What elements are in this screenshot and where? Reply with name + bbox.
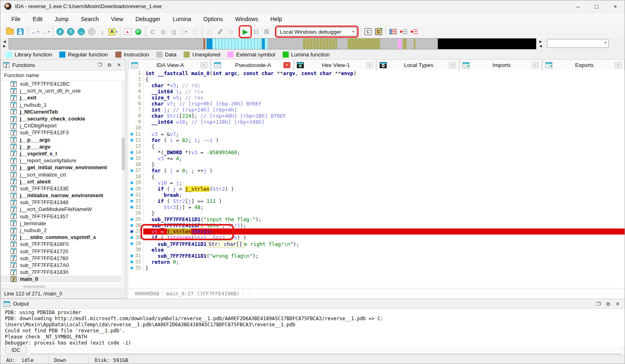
breakpoint-list-icon[interactable] — [399, 27, 409, 37]
line-gutter[interactable]: 32 — [128, 259, 143, 265]
code-line[interactable]: 29 sub_7FF7FFE411D1Str: char[]e right fl… — [128, 241, 625, 247]
menu-item-help[interactable]: Help — [264, 14, 288, 24]
navband-segment[interactable] — [348, 39, 380, 49]
code-line[interactable]: 14 *(_DWORD *)v3 = -858993460; — [128, 149, 625, 155]
navband-segment[interactable]: ↓ — [207, 39, 212, 49]
menu-item-search[interactable]: Search — [75, 14, 105, 24]
code-line[interactable]: 3 char *v3; // rdi — [128, 82, 625, 88]
line-gutter[interactable]: 22 — [128, 198, 143, 204]
scrollbar-thumb[interactable] — [122, 138, 125, 170]
menu-item-options[interactable]: Options — [197, 14, 229, 24]
tab-close-icon[interactable]: × — [201, 62, 208, 68]
navband-segment[interactable] — [268, 39, 303, 49]
function-item[interactable]: fmain_0 — [1, 276, 125, 282]
code-line[interactable]: 26 sub_7FF7FFE4128F("%20s", Str1); — [128, 222, 625, 228]
code-line[interactable]: 27 v5 = j_strlen(Str2); — [128, 228, 625, 235]
code-line[interactable]: 20 if ( j > j_strlen(Str2) ) — [128, 186, 625, 192]
breakpoint-dot[interactable] — [130, 151, 133, 154]
scrollbar-thumb[interactable] — [23, 286, 45, 288]
navband-scroll-right[interactable]: ▶◀ — [536, 38, 545, 50]
tab-hex-view-1[interactable]: Hex View-1× — [294, 59, 376, 70]
line-gutter[interactable]: 3 — [128, 82, 143, 88]
code-line[interactable]: 13 { — [128, 143, 625, 149]
tab-pseudocode-a[interactable]: Pseudocode-A× — [211, 59, 293, 70]
breakpoint-toggle-icon[interactable] — [409, 27, 419, 37]
function-item[interactable]: fsub_7FF7FFE41357 — [1, 213, 125, 220]
navband-segment[interactable] — [262, 39, 265, 49]
navband-segment[interactable] — [9, 39, 203, 49]
back-icon[interactable]: ←▾ — [30, 27, 40, 37]
tab-close-icon[interactable]: × — [615, 62, 622, 68]
line-gutter[interactable]: 33 — [128, 265, 143, 271]
code-line[interactable]: 5 size_t v5; // rax — [128, 95, 625, 101]
code-line[interactable]: 2{ — [128, 76, 625, 82]
line-gutter[interactable]: 27 — [128, 228, 143, 235]
code-line[interactable]: 22 if ( Str2[j] == 111 ) — [128, 198, 625, 204]
code-line[interactable]: 6 char v7; // [rsp+0h] [rbp-20h] BYREF — [128, 101, 625, 107]
function-item[interactable]: fsub_7FF7FFE412BC — [1, 80, 125, 87]
forward-icon[interactable]: →▾ — [41, 27, 50, 37]
function-item[interactable]: fsub_7FF7FFE4133E — [1, 185, 125, 192]
edit-pencil-icon[interactable] — [215, 27, 225, 37]
line-gutter[interactable]: 11 — [128, 131, 143, 137]
function-item[interactable]: fj__vcrt_GetModuleFileNameW — [1, 206, 125, 213]
function-item[interactable]: fj__scrt_is_ucrt_dll_in_use — [1, 87, 125, 94]
make-data-icon[interactable]: D — [158, 27, 168, 37]
set-colors-icon[interactable]: A▾ — [108, 27, 118, 37]
line-gutter[interactable]: 14 — [128, 149, 143, 155]
line-gutter[interactable]: 12 — [128, 137, 143, 143]
idc-command-input[interactable] — [30, 346, 621, 354]
breakpoint-dot[interactable] — [130, 267, 133, 269]
tab-close-icon[interactable]: × — [532, 62, 539, 68]
tab-close-icon[interactable]: × — [449, 62, 456, 68]
navigation-band[interactable]: ↓ — [9, 38, 536, 50]
function-item[interactable]: fj__initialize_narrow_environment — [1, 192, 125, 199]
source-c-sync-icon[interactable]: C — [374, 27, 383, 37]
breakpoint-dot[interactable] — [130, 254, 133, 257]
line-gutter[interactable]: 4 — [128, 88, 143, 95]
breakpoint-dot[interactable] — [130, 242, 133, 245]
code-line[interactable]: 15 v3 += 4; — [128, 155, 625, 162]
function-item[interactable]: fsub_7FF7FFE41348 — [1, 199, 125, 206]
functions-horizontal-scrollbar[interactable] — [1, 284, 125, 289]
line-gutter[interactable]: 23 — [128, 204, 143, 210]
code-line[interactable]: 32 return 0; — [128, 259, 625, 265]
code-line[interactable]: 28 if ( !strncmp(Str1, Str2, v5) ) — [128, 235, 625, 241]
code-line[interactable]: 11 v3 = &v7; — [128, 131, 625, 137]
navband-scroll-left[interactable]: ◀▶ — [0, 38, 9, 50]
jump-name-icon[interactable]: T — [66, 27, 76, 37]
line-gutter[interactable]: 9 — [128, 119, 143, 125]
line-gutter[interactable]: 29 — [128, 241, 143, 247]
code-line[interactable]: 24 } — [128, 210, 625, 216]
menu-item-lumina[interactable]: Lumina — [167, 14, 197, 24]
menu-item-edit[interactable]: Edit — [27, 14, 49, 24]
line-gutter[interactable]: 19 — [128, 180, 143, 186]
line-gutter[interactable]: 7 — [128, 107, 143, 113]
code-line[interactable]: 25 sub_7FF7FFE411D1("input the flag:"); — [128, 216, 625, 222]
line-gutter[interactable]: 15 — [128, 155, 143, 162]
breakpoint-dot[interactable] — [130, 133, 133, 136]
tab-imports[interactable]: ▸Imports× — [460, 59, 542, 70]
panel-close-icon[interactable]: ✕ — [616, 301, 620, 307]
navband-segment[interactable] — [337, 39, 348, 49]
tab-close-icon[interactable]: × — [283, 62, 290, 68]
jump-xref-icon[interactable]: → — [87, 27, 97, 37]
line-gutter[interactable]: 2 — [128, 76, 143, 82]
function-item[interactable]: fsub_7FF7FFE41760 — [1, 255, 125, 262]
function-item[interactable]: fj__vsprintf_s_l — [1, 150, 125, 157]
line-gutter[interactable]: 16 — [128, 162, 143, 168]
line-gutter[interactable]: 8 — [128, 113, 143, 119]
navband-segment[interactable] — [380, 39, 398, 49]
code-line[interactable]: 8 char Str1[224]; // [rsp+48h] [rbp+28h]… — [128, 113, 625, 119]
source-c-icon[interactable]: C — [363, 27, 373, 37]
line-gutter[interactable]: 31 — [128, 253, 143, 259]
functions-vertical-scrollbar[interactable] — [121, 80, 125, 284]
function-name-column-header[interactable]: Function name — [1, 71, 125, 80]
breakpoint-dot[interactable] — [130, 194, 133, 196]
menu-item-debugger[interactable]: Debugger — [129, 14, 167, 24]
line-gutter[interactable]: 20 — [128, 186, 143, 192]
pseudocode-view[interactable]: 1int __fastcall main_0(int argc, const c… — [128, 70, 625, 288]
line-gutter[interactable]: 25 — [128, 216, 143, 222]
function-item[interactable]: fj___stdio_common_vsprintf_s — [1, 234, 125, 241]
line-gutter[interactable]: 1 — [128, 70, 143, 76]
